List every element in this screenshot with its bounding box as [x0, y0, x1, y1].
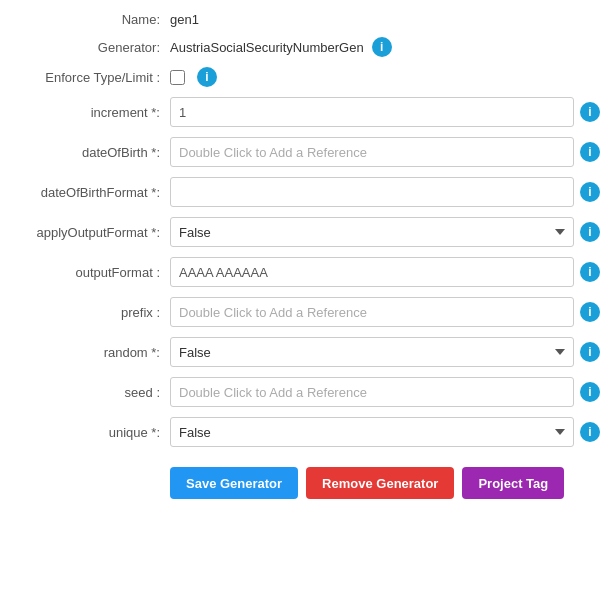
name-value-wrap: gen1: [170, 12, 600, 27]
enforce-row: Enforce Type/Limit : i: [0, 65, 610, 89]
unique-info-icon[interactable]: i: [580, 422, 600, 442]
seed-row: seed : i: [0, 375, 610, 409]
name-value: gen1: [170, 12, 199, 27]
prefix-info-icon[interactable]: i: [580, 302, 600, 322]
enforce-label: Enforce Type/Limit :: [10, 70, 170, 85]
applyoutputformat-control-wrap: False True i: [170, 217, 600, 247]
prefix-input[interactable]: [170, 297, 574, 327]
dateofbirth-control-wrap: i: [170, 137, 600, 167]
remove-button[interactable]: Remove Generator: [306, 467, 454, 499]
prefix-row: prefix : i: [0, 295, 610, 329]
enforce-checkbox[interactable]: [170, 70, 185, 85]
applyoutputformat-row: applyOutputFormat *: False True i: [0, 215, 610, 249]
dateofbirthformat-control-wrap: i: [170, 177, 600, 207]
outputformat-label: outputFormat :: [10, 265, 170, 280]
dateofbirthformat-input[interactable]: [170, 177, 574, 207]
generator-value-wrap: AustriaSocialSecurityNumberGen i: [170, 37, 600, 57]
seed-input[interactable]: [170, 377, 574, 407]
save-button[interactable]: Save Generator: [170, 467, 298, 499]
increment-row: increment *: i: [0, 95, 610, 129]
dateofbirth-row: dateOfBirth *: i: [0, 135, 610, 169]
dateofbirth-info-icon[interactable]: i: [580, 142, 600, 162]
applyoutputformat-info-icon[interactable]: i: [580, 222, 600, 242]
generator-info-icon[interactable]: i: [372, 37, 392, 57]
generator-value: AustriaSocialSecurityNumberGen: [170, 40, 364, 55]
increment-info-icon[interactable]: i: [580, 102, 600, 122]
seed-control-wrap: i: [170, 377, 600, 407]
increment-label: increment *:: [10, 105, 170, 120]
unique-label: unique *:: [10, 425, 170, 440]
seed-label: seed :: [10, 385, 170, 400]
increment-control-wrap: i: [170, 97, 600, 127]
seed-info-icon[interactable]: i: [580, 382, 600, 402]
name-row: Name: gen1: [0, 10, 610, 29]
dateofbirth-label: dateOfBirth *:: [10, 145, 170, 160]
random-row: random *: False True i: [0, 335, 610, 369]
prefix-control-wrap: i: [170, 297, 600, 327]
dateofbirth-input[interactable]: [170, 137, 574, 167]
generator-label: Generator:: [10, 40, 170, 55]
buttons-row: Save Generator Remove Generator Project …: [0, 463, 610, 503]
enforce-checkbox-wrap: i: [170, 67, 217, 87]
prefix-label: prefix :: [10, 305, 170, 320]
name-label: Name:: [10, 12, 170, 27]
outputformat-row: outputFormat : i: [0, 255, 610, 289]
dateofbirthformat-info-icon[interactable]: i: [580, 182, 600, 202]
random-info-icon[interactable]: i: [580, 342, 600, 362]
outputformat-control-wrap: i: [170, 257, 600, 287]
unique-control-wrap: False True i: [170, 417, 600, 447]
outputformat-input[interactable]: [170, 257, 574, 287]
applyoutputformat-label: applyOutputFormat *:: [10, 225, 170, 240]
dateofbirthformat-row: dateOfBirthFormat *: i: [0, 175, 610, 209]
unique-select[interactable]: False True: [170, 417, 574, 447]
random-label: random *:: [10, 345, 170, 360]
dateofbirthformat-label: dateOfBirthFormat *:: [10, 185, 170, 200]
enforce-control-wrap: i: [170, 67, 600, 87]
unique-row: unique *: False True i: [0, 415, 610, 449]
project-tag-button[interactable]: Project Tag: [462, 467, 564, 499]
increment-input[interactable]: [170, 97, 574, 127]
random-control-wrap: False True i: [170, 337, 600, 367]
applyoutputformat-select[interactable]: False True: [170, 217, 574, 247]
outputformat-info-icon[interactable]: i: [580, 262, 600, 282]
generator-row: Generator: AustriaSocialSecurityNumberGe…: [0, 35, 610, 59]
random-select[interactable]: False True: [170, 337, 574, 367]
enforce-info-icon[interactable]: i: [197, 67, 217, 87]
